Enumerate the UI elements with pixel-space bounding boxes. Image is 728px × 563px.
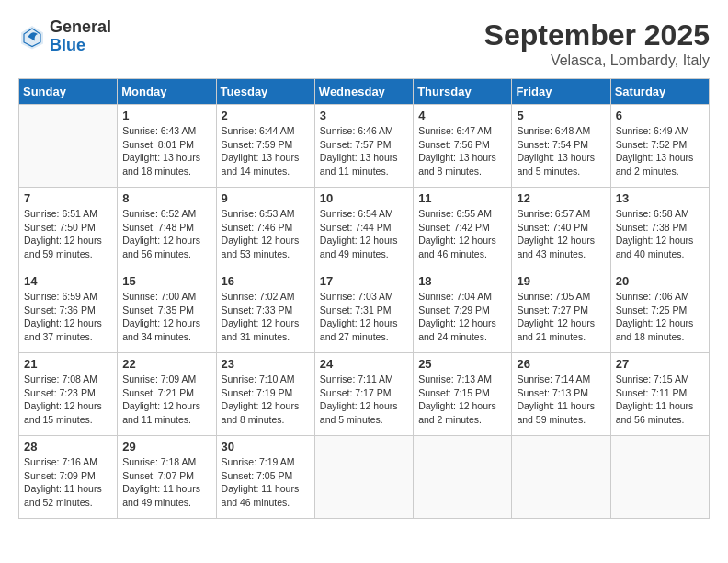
day-number: 20	[616, 274, 704, 288]
day-info: Sunrise: 6:49 AM Sunset: 7:52 PM Dayligh…	[616, 124, 704, 178]
day-info: Sunrise: 7:18 AM Sunset: 7:07 PM Dayligh…	[122, 455, 210, 510]
calendar-cell: 11Sunrise: 6:55 AM Sunset: 7:42 PM Dayli…	[414, 188, 512, 270]
day-number: 30	[222, 440, 310, 454]
week-row-3: 14Sunrise: 6:59 AM Sunset: 7:36 PM Dayli…	[19, 270, 710, 353]
day-number: 7	[24, 191, 112, 205]
day-number: 15	[122, 274, 210, 288]
day-info: Sunrise: 7:00 AM Sunset: 7:35 PM Dayligh…	[122, 290, 210, 344]
calendar-cell: 10Sunrise: 6:54 AM Sunset: 7:44 PM Dayli…	[314, 188, 413, 270]
week-row-4: 21Sunrise: 7:08 AM Sunset: 7:23 PM Dayli…	[19, 353, 710, 436]
day-info: Sunrise: 7:09 AM Sunset: 7:21 PM Dayligh…	[122, 373, 210, 427]
day-info: Sunrise: 7:02 AM Sunset: 7:33 PM Dayligh…	[222, 290, 310, 344]
day-number: 11	[418, 191, 506, 205]
day-info: Sunrise: 7:14 AM Sunset: 7:13 PM Dayligh…	[517, 373, 605, 427]
day-number: 5	[517, 109, 605, 122]
location: Velasca, Lombardy, Italy	[484, 52, 710, 69]
day-header-friday: Friday	[512, 79, 610, 105]
calendar-cell: 15Sunrise: 7:00 AM Sunset: 7:35 PM Dayli…	[118, 270, 216, 353]
day-info: Sunrise: 6:55 AM Sunset: 7:42 PM Dayligh…	[418, 207, 506, 261]
day-number: 1	[122, 109, 210, 122]
day-number: 23	[222, 357, 310, 371]
day-header-saturday: Saturday	[610, 79, 709, 105]
calendar-cell: 12Sunrise: 6:57 AM Sunset: 7:40 PM Dayli…	[512, 188, 610, 270]
calendar-cell: 18Sunrise: 7:04 AM Sunset: 7:29 PM Dayli…	[414, 270, 512, 353]
day-info: Sunrise: 6:59 AM Sunset: 7:36 PM Dayligh…	[24, 290, 112, 344]
calendar-cell: 13Sunrise: 6:58 AM Sunset: 7:38 PM Dayli…	[610, 188, 709, 270]
day-header-wednesday: Wednesday	[314, 79, 413, 105]
calendar-cell: 17Sunrise: 7:03 AM Sunset: 7:31 PM Dayli…	[314, 270, 413, 353]
calendar-cell: 29Sunrise: 7:18 AM Sunset: 7:07 PM Dayli…	[118, 436, 216, 519]
day-info: Sunrise: 7:10 AM Sunset: 7:19 PM Dayligh…	[222, 373, 310, 427]
calendar-cell: 6Sunrise: 6:49 AM Sunset: 7:52 PM Daylig…	[610, 105, 709, 188]
calendar-cell: 5Sunrise: 6:48 AM Sunset: 7:54 PM Daylig…	[512, 105, 610, 188]
day-number: 14	[24, 274, 112, 288]
calendar-cell: 7Sunrise: 6:51 AM Sunset: 7:50 PM Daylig…	[19, 188, 118, 270]
calendar-cell	[414, 436, 512, 519]
day-info: Sunrise: 6:43 AM Sunset: 8:01 PM Dayligh…	[122, 124, 210, 178]
calendar-cell: 4Sunrise: 6:47 AM Sunset: 7:56 PM Daylig…	[414, 105, 512, 188]
day-number: 3	[320, 109, 408, 122]
calendar-cell: 9Sunrise: 6:53 AM Sunset: 7:46 PM Daylig…	[216, 188, 314, 270]
day-number: 8	[122, 191, 210, 205]
logo-icon	[18, 23, 46, 51]
day-header-sunday: Sunday	[19, 79, 118, 105]
day-info: Sunrise: 6:48 AM Sunset: 7:54 PM Dayligh…	[517, 124, 605, 178]
day-number: 10	[320, 191, 408, 205]
calendar-cell: 28Sunrise: 7:16 AM Sunset: 7:09 PM Dayli…	[19, 436, 118, 519]
day-number: 24	[320, 357, 408, 371]
day-info: Sunrise: 6:54 AM Sunset: 7:44 PM Dayligh…	[320, 207, 408, 261]
logo-blue: Blue	[50, 36, 85, 54]
calendar-cell: 20Sunrise: 7:06 AM Sunset: 7:25 PM Dayli…	[610, 270, 709, 353]
day-info: Sunrise: 6:53 AM Sunset: 7:46 PM Dayligh…	[222, 207, 310, 261]
calendar-cell: 8Sunrise: 6:52 AM Sunset: 7:48 PM Daylig…	[118, 188, 216, 270]
page-header: General Blue September 2025 Velasca, Lom…	[18, 18, 710, 69]
calendar-cell: 19Sunrise: 7:05 AM Sunset: 7:27 PM Dayli…	[512, 270, 610, 353]
day-number: 22	[122, 357, 210, 371]
day-info: Sunrise: 7:05 AM Sunset: 7:27 PM Dayligh…	[517, 290, 605, 344]
day-number: 13	[616, 191, 704, 205]
week-row-1: 1Sunrise: 6:43 AM Sunset: 8:01 PM Daylig…	[19, 105, 710, 188]
logo-general: General	[50, 17, 111, 36]
day-info: Sunrise: 7:11 AM Sunset: 7:17 PM Dayligh…	[320, 373, 408, 427]
logo: General Blue	[18, 18, 111, 55]
day-header-thursday: Thursday	[414, 79, 512, 105]
day-info: Sunrise: 6:58 AM Sunset: 7:38 PM Dayligh…	[616, 207, 704, 261]
day-number: 28	[24, 440, 112, 454]
day-info: Sunrise: 6:44 AM Sunset: 7:59 PM Dayligh…	[222, 124, 310, 178]
calendar-cell: 16Sunrise: 7:02 AM Sunset: 7:33 PM Dayli…	[216, 270, 314, 353]
day-number: 19	[517, 274, 605, 288]
day-number: 16	[222, 274, 310, 288]
day-info: Sunrise: 7:13 AM Sunset: 7:15 PM Dayligh…	[418, 373, 506, 427]
day-info: Sunrise: 7:19 AM Sunset: 7:05 PM Dayligh…	[222, 455, 310, 510]
day-number: 21	[24, 357, 112, 371]
day-header-tuesday: Tuesday	[216, 79, 314, 105]
day-info: Sunrise: 6:51 AM Sunset: 7:50 PM Dayligh…	[24, 207, 112, 261]
calendar-cell: 14Sunrise: 6:59 AM Sunset: 7:36 PM Dayli…	[19, 270, 118, 353]
month-title: September 2025	[484, 18, 710, 52]
calendar-cell	[512, 436, 610, 519]
calendar-cell	[610, 436, 709, 519]
day-number: 18	[418, 274, 506, 288]
calendar-cell: 3Sunrise: 6:46 AM Sunset: 7:57 PM Daylig…	[314, 105, 413, 188]
day-number: 26	[517, 357, 605, 371]
calendar-cell: 23Sunrise: 7:10 AM Sunset: 7:19 PM Dayli…	[216, 353, 314, 436]
week-row-2: 7Sunrise: 6:51 AM Sunset: 7:50 PM Daylig…	[19, 188, 710, 270]
day-number: 27	[616, 357, 704, 371]
day-number: 9	[222, 191, 310, 205]
day-info: Sunrise: 7:04 AM Sunset: 7:29 PM Dayligh…	[418, 290, 506, 344]
calendar-cell: 24Sunrise: 7:11 AM Sunset: 7:17 PM Dayli…	[314, 353, 413, 436]
week-row-5: 28Sunrise: 7:16 AM Sunset: 7:09 PM Dayli…	[19, 436, 710, 519]
day-number: 4	[418, 109, 506, 122]
calendar-cell: 25Sunrise: 7:13 AM Sunset: 7:15 PM Dayli…	[414, 353, 512, 436]
calendar-cell	[314, 436, 413, 519]
calendar-cell: 2Sunrise: 6:44 AM Sunset: 7:59 PM Daylig…	[216, 105, 314, 188]
title-block: September 2025 Velasca, Lombardy, Italy	[484, 18, 710, 69]
day-info: Sunrise: 6:47 AM Sunset: 7:56 PM Dayligh…	[418, 124, 506, 178]
calendar-cell: 1Sunrise: 6:43 AM Sunset: 8:01 PM Daylig…	[118, 105, 216, 188]
day-info: Sunrise: 7:16 AM Sunset: 7:09 PM Dayligh…	[24, 455, 112, 510]
day-info: Sunrise: 7:08 AM Sunset: 7:23 PM Dayligh…	[24, 373, 112, 427]
day-number: 25	[418, 357, 506, 371]
day-number: 2	[222, 109, 310, 122]
calendar-cell: 26Sunrise: 7:14 AM Sunset: 7:13 PM Dayli…	[512, 353, 610, 436]
calendar-cell: 21Sunrise: 7:08 AM Sunset: 7:23 PM Dayli…	[19, 353, 118, 436]
